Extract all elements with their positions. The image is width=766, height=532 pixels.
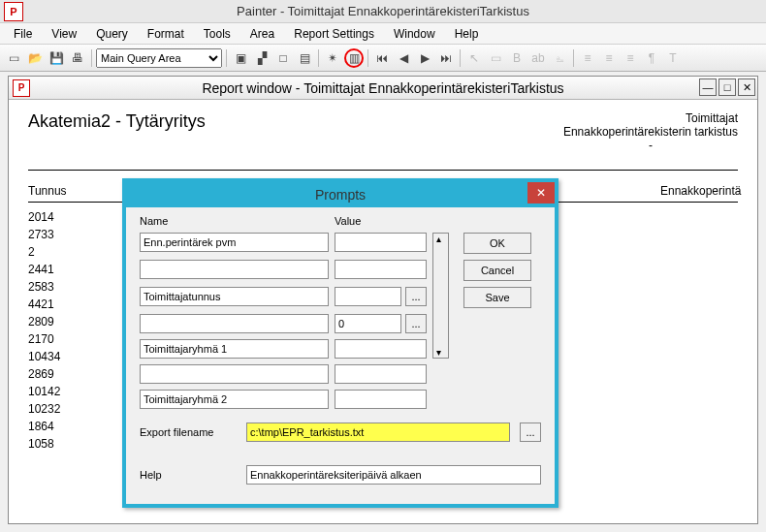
prompts-title: Prompts (315, 187, 366, 203)
pointer-icon[interactable]: ↖ (464, 48, 484, 68)
export-row: Export filename ... (126, 417, 555, 448)
menu-help[interactable]: Help (447, 25, 487, 43)
app-title: Painter - Toimittajat Ennakkoperintäreki… (237, 4, 529, 18)
help-row: Help (126, 459, 555, 490)
save-button[interactable]: Save (463, 287, 531, 308)
area-icon[interactable]: ▣ (231, 48, 250, 68)
last-icon[interactable]: ⏭ (436, 48, 456, 68)
query-area-select[interactable]: Main Query Area (96, 48, 222, 68)
bold-icon[interactable]: B (507, 48, 527, 68)
field1-name[interactable] (140, 233, 329, 252)
field5-name[interactable] (140, 339, 329, 359)
report-left-title: Akatemia2 - Tytäryritys (28, 111, 206, 152)
prompts-body: Name Value OK Cancel ... Save ... (126, 207, 555, 417)
field7-name[interactable] (140, 390, 329, 409)
report-right-line3: - (563, 139, 738, 152)
prev-icon[interactable]: ◀ (394, 48, 413, 68)
report-window-logo-icon: P (13, 79, 30, 97)
field6-value[interactable] (335, 364, 427, 384)
prompts-dialog: Prompts ✕ Name Value OK Cancel ... Save … (122, 178, 559, 508)
header-name: Name (140, 215, 329, 227)
field6-name[interactable] (140, 364, 329, 384)
field4-name[interactable] (140, 314, 329, 333)
save-icon[interactable]: 💾 (47, 48, 66, 68)
menu-view[interactable]: View (44, 25, 84, 43)
split-icon[interactable]: ▞ (252, 48, 271, 68)
ok-button[interactable]: OK (463, 233, 531, 254)
new-sheet-icon[interactable]: ▥ (344, 48, 364, 68)
separator (460, 49, 461, 67)
help-text (246, 465, 541, 485)
run-icon[interactable]: ✴ (323, 48, 342, 68)
menu-area[interactable]: Area (242, 25, 282, 43)
prompts-titlebar[interactable]: Prompts ✕ (126, 182, 555, 207)
menu-report-settings[interactable]: Report Settings (286, 25, 382, 43)
italic-icon[interactable]: ab (528, 48, 548, 68)
menubar: File View Query Format Tools Area Report… (0, 23, 766, 45)
export-filename-input[interactable] (246, 422, 510, 442)
minimize-button[interactable]: — (699, 78, 717, 96)
export-browse-button[interactable]: ... (520, 422, 541, 442)
menu-query[interactable]: Query (88, 25, 136, 43)
text-icon[interactable]: T (663, 48, 683, 68)
export-label: Export filename (140, 426, 237, 438)
menu-format[interactable]: Format (140, 25, 192, 43)
toolbar: ▭ 📂 💾 🖶 Main Query Area ▣ ▞ □ ▤ ✴ ▥ ⏮ ◀ … (0, 45, 766, 72)
field1-value[interactable] (335, 233, 427, 252)
menu-tools[interactable]: Tools (196, 25, 239, 43)
open-icon[interactable]: 📂 (25, 48, 45, 68)
report-header: Akatemia2 - Tytäryritys Toimittajat Enna… (28, 111, 738, 171)
separator (226, 49, 227, 67)
print-icon[interactable]: 🖶 (68, 48, 87, 68)
menu-file[interactable]: File (6, 25, 40, 43)
scrollbar[interactable] (432, 233, 449, 359)
separator (91, 49, 92, 67)
app-titlebar: P Painter - Toimittajat Ennakkoperintäre… (0, 0, 766, 23)
report-window-title: Report window - Toimittajat Ennakkoperin… (202, 80, 563, 96)
align-center-icon[interactable]: ≡ (599, 48, 619, 68)
next-icon[interactable]: ▶ (415, 48, 434, 68)
help-label: Help (140, 469, 237, 481)
field2-name[interactable] (140, 260, 329, 279)
maximize-button[interactable]: □ (718, 78, 736, 96)
col-tunnus: Tunnus (28, 184, 86, 198)
field7-value[interactable] (335, 390, 427, 409)
header-value: Value (335, 215, 427, 227)
report-window-titlebar: P Report window - Toimittajat Ennakkoper… (9, 77, 757, 100)
col-ennakko: Ennakkoperintä (660, 184, 738, 198)
cancel-button[interactable]: Cancel (463, 260, 531, 281)
first-icon[interactable]: ⏮ (372, 48, 392, 68)
page-icon[interactable]: ▤ (295, 48, 314, 68)
separator (573, 49, 574, 67)
field4-value[interactable] (335, 314, 401, 333)
field2-value[interactable] (335, 260, 427, 279)
underline-icon[interactable]: ⎁ (550, 48, 569, 68)
format-icon[interactable]: ¶ (642, 48, 661, 68)
app-logo-icon: P (4, 2, 23, 21)
close-button[interactable]: ✕ (738, 78, 755, 96)
separator (318, 49, 319, 67)
align-right-icon[interactable]: ≡ (621, 48, 640, 68)
align-left-icon[interactable]: ≡ (578, 48, 597, 68)
frame-icon[interactable]: □ (273, 48, 293, 68)
field3-name[interactable] (140, 287, 329, 306)
report-right-line1: Toimittajat (563, 111, 738, 125)
field5-value[interactable] (335, 339, 427, 359)
browse-button[interactable]: ... (405, 314, 427, 333)
menu-window[interactable]: Window (386, 25, 443, 43)
separator (367, 49, 368, 67)
report-right-line2: Ennakkoperintärekisterin tarkistus (563, 125, 738, 139)
new-icon[interactable]: ▭ (4, 48, 23, 68)
close-icon[interactable]: ✕ (527, 182, 555, 203)
box-icon[interactable]: ▭ (486, 48, 505, 68)
field3-value[interactable] (335, 287, 401, 306)
browse-button[interactable]: ... (405, 287, 427, 306)
